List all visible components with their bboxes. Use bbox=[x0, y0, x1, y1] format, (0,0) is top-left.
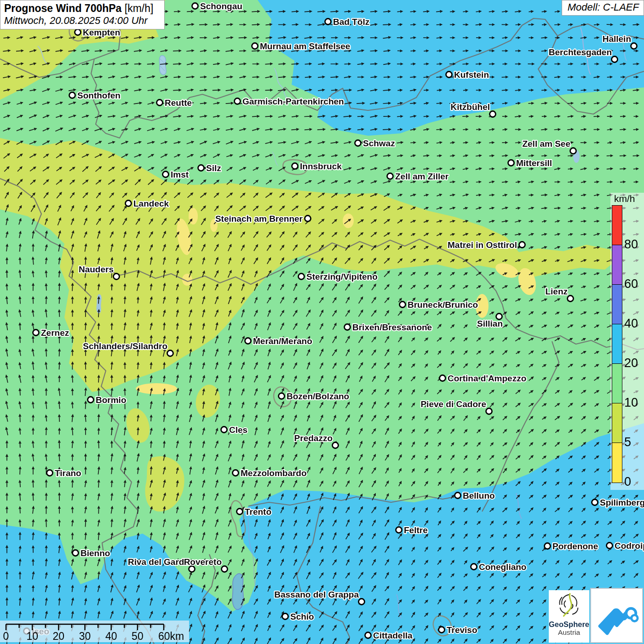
city-marker bbox=[235, 98, 241, 104]
city-conegliano: Conegliano bbox=[471, 562, 527, 572]
city-label: Silz bbox=[206, 163, 221, 173]
city-marker bbox=[47, 470, 53, 476]
legend-tick: 5 bbox=[624, 436, 631, 448]
city-label: Zell am See bbox=[522, 139, 570, 149]
city-marker bbox=[198, 165, 204, 171]
scale-label: 10 bbox=[26, 630, 38, 642]
city-marker bbox=[73, 550, 79, 556]
city-label: Cortina d'Ampezzo bbox=[448, 374, 526, 383]
map-canvas: SchongauBad TölzKemptenMurnau am Staffel… bbox=[0, 0, 644, 644]
city-label: Bienno bbox=[80, 548, 110, 558]
city-label: Riva del Garda bbox=[128, 557, 189, 567]
city-marker bbox=[387, 173, 393, 179]
city-label: Steinach am Brenner bbox=[215, 214, 303, 224]
city-label: Tirano bbox=[55, 468, 81, 478]
city-marker bbox=[607, 543, 613, 549]
city-marker bbox=[592, 500, 598, 506]
city-mezzolombardo: Mezzolombardo bbox=[233, 468, 307, 478]
model-label: Modell: C-LAEF bbox=[562, 0, 644, 16]
city-marker bbox=[396, 527, 402, 533]
geosphere-logo: GeoSphere Austria bbox=[549, 590, 589, 643]
city-marker bbox=[519, 242, 525, 248]
city-marker bbox=[508, 160, 514, 166]
city-label: Pordenone bbox=[552, 541, 598, 551]
city-marker bbox=[455, 493, 461, 499]
city-sterzing-vipiteno: Sterzing/Vipiteno bbox=[299, 272, 378, 282]
legend-segment bbox=[612, 285, 622, 324]
city-zell-am-ziller: Zell am Ziller bbox=[387, 172, 449, 181]
city-label: Nauders bbox=[79, 264, 114, 274]
geosphere-logo-text: GeoSphere bbox=[549, 620, 589, 628]
city-marker bbox=[400, 302, 406, 308]
legend-tick: 60 bbox=[624, 278, 638, 290]
city-garmisch-partenkirchen: Garmisch-Partenkirchen bbox=[235, 97, 344, 106]
city-marker bbox=[299, 274, 305, 280]
legend-segment bbox=[612, 206, 622, 245]
city-label: Murnau am Staffelsee bbox=[260, 41, 350, 51]
city-marker bbox=[69, 92, 75, 98]
legend-tick: 10 bbox=[624, 397, 638, 409]
city-marker bbox=[88, 397, 94, 403]
city-label: Bormio bbox=[96, 395, 126, 405]
city-marker bbox=[292, 163, 298, 169]
city-label: Predazzo bbox=[294, 433, 333, 443]
city-marker bbox=[570, 148, 576, 154]
city-pordenone: Pordenone bbox=[545, 541, 598, 551]
city-meran-merano: Meran/Merano bbox=[245, 336, 312, 346]
city-marker bbox=[114, 274, 120, 280]
legend-tick: 0 bbox=[624, 476, 631, 488]
legend-segment bbox=[612, 364, 622, 403]
city-label: Zell am Ziller bbox=[395, 172, 449, 181]
city-label: Cittadella bbox=[373, 631, 413, 640]
city-marker bbox=[545, 543, 551, 549]
city-label: Mezzolombardo bbox=[241, 468, 307, 478]
city-matrei-in-osttirol: Matrei in Osttirol bbox=[448, 240, 525, 250]
city-label: Innsbruck bbox=[300, 161, 342, 171]
city-label: Conegliano bbox=[479, 562, 526, 572]
city-marker bbox=[631, 43, 637, 49]
city-bozen-bolzano: Bozen/Bolzano bbox=[279, 391, 350, 401]
city-label: Imst bbox=[171, 170, 189, 179]
city-marker bbox=[305, 216, 311, 222]
city-marker bbox=[279, 393, 285, 399]
legend-color-bar bbox=[612, 205, 622, 483]
city-marker bbox=[245, 338, 251, 344]
city-label: Kufstein bbox=[454, 70, 489, 80]
city-marker bbox=[163, 172, 169, 178]
city-marker bbox=[355, 140, 361, 146]
city-bruneck-brunico: Bruneck/Brunico bbox=[400, 300, 478, 310]
city-label: Garmisch-Partenkirchen bbox=[242, 97, 344, 106]
city-label: Bassano del Grappa bbox=[274, 590, 359, 599]
city-marker bbox=[439, 627, 445, 633]
legend-tick: 80 bbox=[624, 238, 638, 251]
city-marker bbox=[446, 72, 452, 78]
city-marker bbox=[471, 564, 477, 570]
city-marker bbox=[33, 330, 39, 336]
city-spilimbergo: Spilimbergo bbox=[592, 498, 644, 507]
city-cortina-d-ampezzo: Cortina d'Ampezzo bbox=[440, 374, 527, 383]
city-label: Trento bbox=[245, 507, 271, 517]
city-label: Belluno bbox=[463, 491, 495, 500]
city-marker bbox=[568, 296, 574, 302]
city-marker bbox=[126, 201, 132, 207]
legend-segment bbox=[612, 443, 622, 483]
geosphere-logo-subtext: Austria bbox=[549, 628, 589, 636]
geosphere-logo-icon bbox=[555, 591, 583, 618]
city-marker bbox=[365, 632, 371, 638]
legend-tick: 40 bbox=[624, 317, 638, 330]
city-label: Kitzbühel bbox=[451, 102, 490, 112]
city-label: Cles bbox=[229, 425, 247, 435]
city-label: Mittersill bbox=[516, 158, 552, 168]
city-label: Berchtesgaden bbox=[549, 47, 612, 57]
city-marker bbox=[167, 351, 173, 356]
city-label: Reutte bbox=[165, 98, 192, 108]
city-marker bbox=[333, 443, 339, 448]
scale-label: 60km bbox=[158, 630, 184, 642]
city-label: Landeck bbox=[133, 199, 169, 208]
hydro-logo bbox=[590, 588, 643, 643]
scale-label: 40 bbox=[105, 630, 117, 642]
city-marker bbox=[221, 427, 227, 433]
wind-speed-legend: km/h 806040201050 bbox=[610, 193, 644, 490]
mountain-cloud-icon bbox=[595, 593, 639, 638]
city-label: Schwaz bbox=[363, 138, 395, 148]
